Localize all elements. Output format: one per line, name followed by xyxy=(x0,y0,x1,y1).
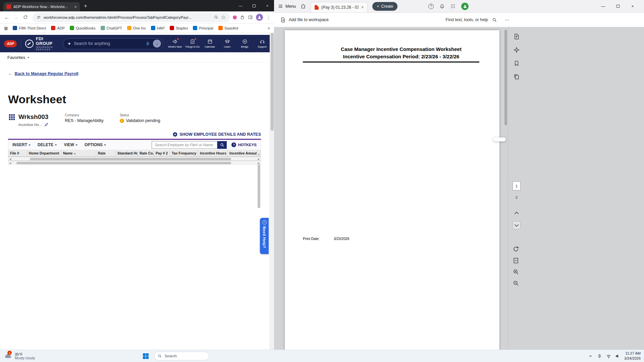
search-tabs-icon[interactable] xyxy=(214,15,218,19)
page-number-1[interactable]: 1 xyxy=(513,181,521,190)
page-number-2[interactable]: 2 xyxy=(513,193,521,202)
fit-page-icon[interactable] xyxy=(513,257,519,264)
url-bar[interactable]: workforcenow.adp.com/theme/admin.html#/P… xyxy=(33,13,230,22)
bookmark-item[interactable]: Fifth Third Direct xyxy=(13,26,46,30)
more-options-icon[interactable]: ⋯ xyxy=(505,17,510,22)
apps-grid-icon[interactable] xyxy=(450,4,455,9)
browser-menu-icon[interactable]: ⋮ xyxy=(266,15,271,20)
close-button[interactable]: × xyxy=(261,4,274,8)
grid-column-header[interactable]: Pay # 2 xyxy=(154,150,170,156)
find-bar[interactable]: Find text, tools, or help xyxy=(446,17,497,22)
grid-hscroll-thumb[interactable] xyxy=(30,158,231,160)
document-tab-close-icon[interactable]: × xyxy=(361,5,364,10)
browser-tab[interactable]: ADP Workforce Now - Workshe... × xyxy=(3,2,80,11)
volume-icon[interactable] xyxy=(615,354,620,359)
scroll-left-icon[interactable]: ◀ xyxy=(8,161,12,165)
grid-column-header[interactable]: Name▲ xyxy=(61,150,96,156)
show-details-link[interactable]: SHOW EMPLOYEE DETAILS AND RATES xyxy=(173,132,261,137)
adp-logo[interactable]: ADP xyxy=(4,40,17,47)
taskbar-search[interactable]: Search xyxy=(154,352,209,360)
footer-hscroll-thumb[interactable] xyxy=(16,162,231,164)
adp-search-bar[interactable]: ✦ Search for anything ↑ xyxy=(63,38,163,49)
pages-panel-icon[interactable] xyxy=(513,73,520,80)
grid-column-header[interactable]: Home Department xyxy=(27,150,61,156)
browser-scrollbar-thumb[interactable] xyxy=(271,33,274,131)
refresh-icon[interactable] xyxy=(513,246,519,252)
minimize-button[interactable]: — xyxy=(234,4,247,8)
weather-widget[interactable]: 1 35°F Mostly cloudy xyxy=(0,350,39,362)
bookmark-item[interactable]: HAP xyxy=(151,26,165,30)
scroll-right-icon[interactable]: ▶ xyxy=(257,161,261,165)
bookmark-item[interactable]: Staples xyxy=(170,26,188,30)
adp-nav-learn[interactable]: Learn xyxy=(219,39,235,48)
grid-vscroll-thumb[interactable] xyxy=(258,161,260,208)
footer-horizontal-scrollbar[interactable]: ◀ ▶ xyxy=(8,161,261,165)
acrobat-menu-button[interactable]: Menu xyxy=(278,4,296,9)
browser-scrollbar[interactable] xyxy=(270,33,274,350)
minimize-button[interactable]: — xyxy=(596,4,610,9)
grid-column-header[interactable]: Incentive Amount xyxy=(228,150,257,156)
create-button[interactable]: + Create xyxy=(372,2,397,11)
export-pdf-icon[interactable] xyxy=(513,33,520,40)
home-icon[interactable] xyxy=(301,4,306,9)
bookmark-item[interactable]: SaasAnt xyxy=(218,26,238,30)
grid-search-input[interactable]: Search Employee by File# or Name xyxy=(152,141,217,149)
bookmark-item[interactable]: ADP xyxy=(51,26,65,30)
bookmark-item[interactable]: One Inc xyxy=(127,26,146,30)
search-submit-button[interactable]: ↑ xyxy=(153,40,161,48)
taskbar-clock[interactable]: 11:27 AM 3/24/2026 xyxy=(624,351,641,361)
favorites-label[interactable]: Favorites xyxy=(7,55,25,60)
edit-pencil-icon[interactable] xyxy=(44,122,49,127)
adp-nav-what-s-new[interactable]: What's New xyxy=(167,39,183,48)
add-file-button[interactable]: Add file to workspace xyxy=(280,17,329,23)
password-manager-icon[interactable] xyxy=(233,15,237,19)
new-tab-button[interactable]: + xyxy=(84,3,87,9)
account-avatar[interactable] xyxy=(461,3,469,10)
extensions-icon[interactable] xyxy=(240,15,245,20)
adp-nav-bridge[interactable]: BBridge xyxy=(237,39,253,48)
menu-insert[interactable]: INSERT▾ xyxy=(12,142,30,147)
adp-nav-things-to-do[interactable]: Things to Do xyxy=(184,39,200,48)
start-button[interactable] xyxy=(140,350,152,362)
ai-assistant-icon[interactable] xyxy=(513,47,520,53)
acrobat-help-icon[interactable]: ? xyxy=(428,4,434,9)
zoom-in-icon[interactable] xyxy=(513,268,519,275)
scroll-right-icon[interactable]: ▶ xyxy=(257,157,261,161)
bookmark-star-icon[interactable]: ☆ xyxy=(221,14,226,20)
grid-column-header[interactable]: Standard Ho... xyxy=(116,150,138,156)
maximize-button[interactable] xyxy=(610,5,625,8)
bookmark-icon[interactable] xyxy=(513,60,520,67)
hotkeys-button[interactable]: ? HOTKEYS xyxy=(231,142,257,147)
profile-avatar[interactable] xyxy=(256,14,263,21)
back-link[interactable]: ← Back to Manage Regular Payroll xyxy=(8,63,266,76)
wifi-icon[interactable] xyxy=(606,354,611,359)
grid-column-header[interactable]: Tax Frequency xyxy=(170,150,198,156)
chevron-up-icon[interactable] xyxy=(513,210,520,217)
adp-nav-calendar[interactable]: Calendar xyxy=(202,39,218,48)
scroll-left-icon[interactable]: ◀ xyxy=(8,157,12,161)
grid-column-header[interactable]: File # xyxy=(8,150,27,156)
menu-options[interactable]: OPTIONS▾ xyxy=(85,142,106,147)
grid-column-header[interactable]: Rate xyxy=(96,150,116,156)
chevron-down-icon[interactable] xyxy=(513,221,521,229)
reload-button[interactable] xyxy=(23,15,30,20)
mic-icon[interactable] xyxy=(145,41,150,46)
menu-view[interactable]: VIEW▾ xyxy=(64,142,77,147)
close-button[interactable]: × xyxy=(625,4,640,9)
back-button[interactable]: ← xyxy=(3,14,10,20)
menu-delete[interactable]: DELETE▾ xyxy=(38,142,56,147)
hidden-icons-chevron-icon[interactable] xyxy=(588,354,593,359)
pdf-scrollbar-thumb[interactable] xyxy=(504,30,507,125)
bookmarks-overflow-icon[interactable]: » xyxy=(268,25,270,31)
bookmark-item[interactable]: Principal xyxy=(193,26,213,30)
tab-close-icon[interactable]: × xyxy=(74,4,77,9)
need-help-tab[interactable]: ? Need Help? xyxy=(260,218,269,254)
mic-icon[interactable] xyxy=(597,354,602,359)
forward-button[interactable]: → xyxy=(13,14,20,20)
bookmark-item[interactable]: ChatGPT xyxy=(101,26,122,30)
grid-column-header[interactable]: Rate Co... xyxy=(138,150,154,156)
site-info-icon[interactable] xyxy=(37,15,41,19)
side-panel-icon[interactable] xyxy=(248,15,253,20)
maximize-button[interactable] xyxy=(247,4,261,7)
notifications-bell-icon[interactable] xyxy=(439,4,445,9)
